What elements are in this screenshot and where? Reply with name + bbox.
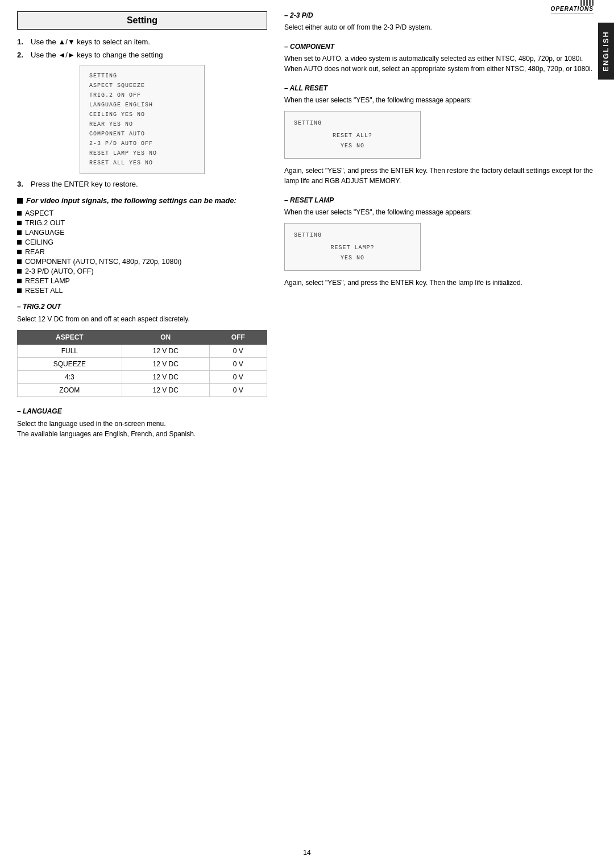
- all-reset-screen-line1: SETTING: [294, 118, 411, 129]
- table-cell-on: 12 V DC: [122, 384, 209, 397]
- all-reset-screen-line3: YES NO: [294, 141, 411, 151]
- list-item-text: RESET LAMP: [25, 277, 70, 285]
- bullet-icon: [17, 221, 22, 225]
- all-reset-screen-line2: RESET ALL?: [294, 131, 411, 141]
- list-item: CEILING: [17, 238, 267, 246]
- all-reset-section: – ALL RESET When the user selects "YES",…: [284, 84, 594, 186]
- screen-line-9: RESET LAMP YES NO: [89, 148, 195, 158]
- bullet-icon: [17, 230, 22, 235]
- step-2: 2. Use the ◄/► keys to change the settin…: [17, 51, 267, 59]
- table-cell-on: 12 V DC: [122, 371, 209, 384]
- trig2-body: Select 12 V DC from on and off at each a…: [17, 314, 267, 324]
- reset-lamp-body1: When the user selects "YES", the followi…: [284, 207, 594, 217]
- bullet-icon: [17, 240, 22, 245]
- trig2-section: – TRIG.2 OUT Select 12 V DC from on and …: [17, 303, 267, 397]
- screen-line-5: CEILING YES NO: [89, 110, 195, 119]
- aspect-table: ASPECT ON OFF FULL 12 V DC 0 V SQUEEZE 1…: [17, 330, 267, 397]
- list-item: RESET LAMP: [17, 277, 267, 285]
- table-cell-off: 0 V: [209, 345, 267, 358]
- list-item: COMPONENT (AUTO, NTSC, 480p, 720p, 1080i…: [17, 258, 267, 266]
- language-section: – LANGUAGE Select the language used in t…: [17, 407, 267, 439]
- bullet-icon: [17, 269, 22, 274]
- step-2-number: 2.: [17, 51, 28, 59]
- table-cell-on: 12 V DC: [122, 358, 209, 371]
- table-cell-off: 0 V: [209, 384, 267, 397]
- table-cell-aspect: 4:3: [18, 371, 122, 384]
- table-header-aspect: ASPECT: [18, 330, 122, 345]
- list-item: ASPECT: [17, 209, 267, 217]
- bullet-icon: [17, 250, 22, 254]
- bullet-icon: [17, 259, 22, 264]
- list-item-text: TRIG.2 OUT: [25, 219, 65, 227]
- component-section: – COMPONENT When set to AUTO, a video sy…: [284, 43, 594, 74]
- screen-line-3: TRIG.2 ON OFF: [89, 90, 195, 100]
- language-body: Select the language used in the on-scree…: [17, 419, 267, 439]
- screen-line-8: 2-3 P/D AUTO OFF: [89, 139, 195, 148]
- table-row: FULL 12 V DC 0 V: [18, 345, 267, 358]
- language-title: – LANGUAGE: [17, 407, 267, 415]
- list-item-text: 2-3 P/D (AUTO, OFF): [25, 267, 94, 275]
- page-number: 14: [303, 849, 310, 857]
- reset-lamp-screen-line2: RESET LAMP?: [294, 243, 411, 253]
- english-tab: ENGLISH: [598, 23, 614, 80]
- list-item: LANGUAGE: [17, 229, 267, 237]
- step-2-text: Use the ◄/► keys to change the setting: [31, 51, 163, 59]
- bullet-icon: [17, 279, 22, 283]
- table-row: ZOOM 12 V DC 0 V: [18, 384, 267, 397]
- table-row: SQUEEZE 12 V DC 0 V: [18, 358, 267, 371]
- step-3-text: Press the ENTER key to restore.: [31, 180, 138, 188]
- table-cell-aspect: FULL: [18, 345, 122, 358]
- list-item-text: COMPONENT (AUTO, NTSC, 480p, 720p, 1080i…: [25, 258, 181, 266]
- step-1-text: Use the ▲/▼ keys to select an item.: [31, 38, 150, 46]
- setting-title: Setting: [17, 11, 267, 30]
- table-cell-aspect: ZOOM: [18, 384, 122, 397]
- step-3: 3. Press the ENTER key to restore.: [17, 180, 267, 188]
- list-item: 2-3 P/D (AUTO, OFF): [17, 267, 267, 275]
- video-section-header: For video input signals, the following s…: [17, 196, 267, 205]
- table-header-off: OFF: [209, 330, 267, 345]
- video-items-list: ASPECT TRIG.2 OUT LANGUAGE CEILING REAR …: [17, 209, 267, 295]
- component-body: When set to AUTO, a video system is auto…: [284, 53, 594, 74]
- all-reset-title: – ALL RESET: [284, 84, 594, 92]
- setting-screen-display: SETTING ASPECT SQUEEZE TRIG.2 ON OFF LAN…: [80, 65, 205, 174]
- all-reset-body2: Again, select "YES", and press the ENTER…: [284, 166, 594, 186]
- list-item-text: LANGUAGE: [25, 229, 64, 237]
- reset-lamp-screen-line1: SETTING: [294, 230, 411, 241]
- header-decoration: [580, 0, 594, 6]
- table-cell-aspect: SQUEEZE: [18, 358, 122, 371]
- reset-lamp-screen: SETTING RESET LAMP? YES NO: [284, 223, 421, 271]
- p23-section: – 2-3 P/D Select either auto or off from…: [284, 11, 594, 32]
- step-1: 1. Use the ▲/▼ keys to select an item.: [17, 38, 267, 46]
- list-item-text: REAR: [25, 248, 45, 256]
- screen-line-7: COMPONENT AUTO: [89, 129, 195, 139]
- bullet-icon: [17, 288, 22, 293]
- reset-lamp-title: – RESET LAMP: [284, 196, 594, 204]
- list-item: REAR: [17, 248, 267, 256]
- step-1-number: 1.: [17, 38, 28, 46]
- screen-line-2: ASPECT SQUEEZE: [89, 81, 195, 90]
- left-column: Setting 1. Use the ▲/▼ keys to select an…: [17, 11, 279, 449]
- list-item-text: RESET ALL: [25, 287, 63, 295]
- screen-line-1: SETTING: [89, 71, 195, 81]
- operations-header: OPERATIONS: [551, 6, 594, 14]
- p23-body: Select either auto or off from the 2-3 P…: [284, 22, 594, 32]
- screen-line-6: REAR YES NO: [89, 119, 195, 129]
- screen-line-10: RESET ALL YES NO: [89, 158, 195, 168]
- reset-lamp-screen-line3: YES NO: [294, 253, 411, 263]
- step-3-number: 3.: [17, 180, 28, 188]
- component-title: – COMPONENT: [284, 43, 594, 51]
- list-item: TRIG.2 OUT: [17, 219, 267, 227]
- trig2-title: – TRIG.2 OUT: [17, 303, 267, 311]
- reset-lamp-section: – RESET LAMP When the user selects "YES"…: [284, 196, 594, 288]
- all-reset-body1: When the user selects "YES", the followi…: [284, 95, 594, 105]
- table-row: 4:3 12 V DC 0 V: [18, 371, 267, 384]
- table-cell-off: 0 V: [209, 358, 267, 371]
- p23-title: – 2-3 P/D: [284, 11, 594, 19]
- reset-lamp-body2: Again, select "YES", and press the ENTER…: [284, 278, 594, 288]
- video-section-square-icon: [17, 198, 23, 204]
- table-cell-on: 12 V DC: [122, 345, 209, 358]
- table-header-on: ON: [122, 330, 209, 345]
- table-cell-off: 0 V: [209, 371, 267, 384]
- all-reset-screen: SETTING RESET ALL? YES NO: [284, 111, 421, 159]
- video-section-title: For video input signals, the following s…: [26, 196, 237, 205]
